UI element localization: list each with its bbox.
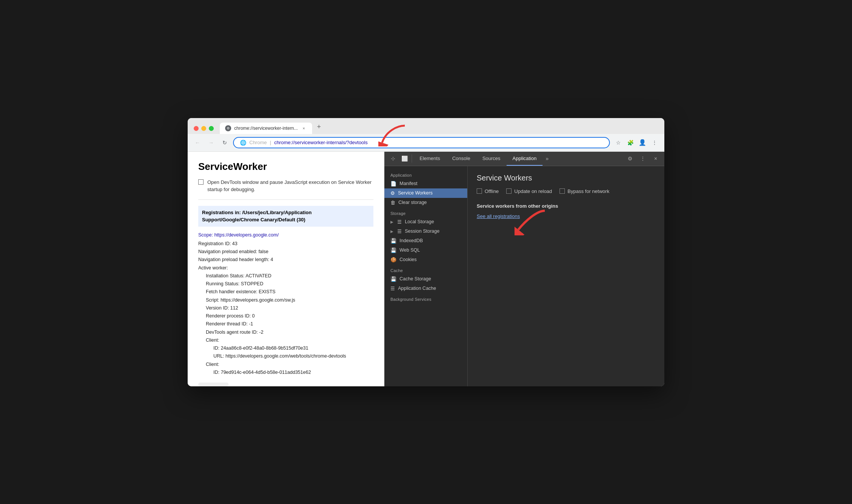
detail-nav-header-len: Navigation preload header length: 4: [198, 257, 273, 262]
sidebar-item-local-storage[interactable]: ▶ ☰ Local Storage: [384, 217, 467, 227]
sidebar-cache-header: Cache: [384, 264, 467, 274]
bypass-network-checkbox[interactable]: [560, 188, 565, 194]
sidebar-label-session-storage: Session Storage: [405, 229, 440, 234]
page-title: ServiceWorker: [198, 161, 373, 173]
maximize-traffic-light[interactable]: [209, 126, 214, 131]
horizontal-scrollbar[interactable]: [198, 383, 229, 386]
tab-application[interactable]: Application: [507, 152, 543, 166]
site-icon: 🌐: [240, 140, 246, 146]
sidebar-label-local-storage: Local Storage: [405, 219, 434, 224]
detail-client1-id: ID: 24aa86c8-e0f2-48a0-8b68-9b515df70e31: [198, 344, 373, 352]
manifest-icon: 📄: [390, 181, 396, 187]
title-bar: ⚙ chrome://serviceworker-intern... × +: [188, 118, 664, 134]
sidebar-label-clear-storage: Clear storage: [398, 200, 427, 205]
sidebar-item-web-sql[interactable]: 💾 Web SQL: [384, 246, 467, 255]
detail-renderer-thread: Renderer thread ID: -1: [198, 320, 373, 328]
sidebar-item-application-cache[interactable]: ☰ Application Cache: [384, 284, 467, 293]
more-tabs-button[interactable]: »: [543, 156, 552, 162]
option-offline: Offline: [477, 188, 499, 194]
debug-checkbox-label: Open DevTools window and pause JavaScrip…: [207, 179, 373, 193]
tab-sources[interactable]: Sources: [476, 152, 507, 166]
address-bar[interactable]: 🌐 Chrome | chrome://serviceworker-intern…: [233, 137, 610, 148]
bookmark-button[interactable]: ☆: [613, 137, 623, 148]
detail-script: Script: https://developers.google.com/sw…: [198, 296, 373, 304]
sidebar-item-cookies[interactable]: 🍪 Cookies: [384, 255, 467, 264]
offline-checkbox[interactable]: [477, 188, 482, 194]
nav-bar: ← → ↻ 🌐 Chrome | chrome://serviceworker-…: [188, 134, 664, 152]
browser-window: ⚙ chrome://serviceworker-intern... × + ←…: [188, 118, 664, 386]
tab-title: chrome://serviceworker-intern...: [234, 126, 298, 131]
indexeddb-icon: 💾: [390, 238, 396, 244]
profile-button[interactable]: 👤: [637, 137, 648, 148]
sidebar-label-indexeddb: IndexedDB: [400, 238, 423, 243]
service-workers-icon: ⚙: [390, 190, 395, 196]
expand-icon: ▶: [390, 220, 393, 224]
devtools-sidebar: Application 📄 Manifest ⚙ Service Workers…: [384, 166, 468, 386]
browser-tab[interactable]: ⚙ chrome://serviceworker-intern... ×: [220, 123, 312, 134]
page-content: ServiceWorker Open DevTools window and p…: [188, 152, 384, 386]
new-tab-button[interactable]: +: [314, 122, 324, 132]
cursor-tool-button[interactable]: ⊹: [387, 153, 399, 164]
web-sql-icon: 💾: [390, 247, 396, 253]
toolbar-divider: [412, 154, 412, 163]
debug-checkbox[interactable]: [198, 179, 204, 185]
cookies-icon: 🍪: [390, 257, 396, 263]
sidebar-label-cache-storage: Cache Storage: [400, 276, 431, 282]
update-on-reload-label: Update on reload: [514, 188, 552, 194]
nav-actions: ☆ 🧩 👤 ⋮: [613, 137, 660, 148]
update-on-reload-checkbox[interactable]: [506, 188, 512, 194]
detail-nav-preload: Navigation preload enabled: false: [198, 249, 269, 254]
close-traffic-light[interactable]: [194, 126, 199, 131]
clear-storage-icon: 🗑: [390, 200, 395, 205]
sidebar-item-manifest[interactable]: 📄 Manifest: [384, 179, 467, 188]
tab-elements[interactable]: Elements: [414, 152, 446, 166]
devtools-topbar: ⊹ ⬜ Elements Console Sources: [384, 152, 664, 166]
panel-options: Offline Update on reload Bypass for netw…: [477, 188, 655, 194]
debug-checkbox-row: Open DevTools window and pause JavaScrip…: [198, 179, 373, 200]
forward-button[interactable]: →: [206, 137, 216, 148]
settings-button[interactable]: ⚙: [624, 153, 636, 164]
main-content: ServiceWorker Open DevTools window and p…: [188, 152, 664, 386]
sidebar-item-session-storage[interactable]: ▶ ☰ Session Storage: [384, 227, 467, 236]
sidebar-label-manifest: Manifest: [400, 181, 417, 186]
sidebar-label-web-sql: Web SQL: [400, 247, 420, 253]
registrations-header: Registrations in: /Users/jec/Library/App…: [198, 206, 373, 227]
detail-fetch-handler: Fetch handler existence: EXISTS: [198, 288, 373, 296]
sidebar-bg-services-header: Background Services: [384, 293, 467, 303]
sidebar-item-clear-storage[interactable]: 🗑 Clear storage: [384, 198, 467, 207]
option-bypass-network: Bypass for network: [560, 188, 609, 194]
bypass-network-label: Bypass for network: [567, 188, 609, 194]
domain-label: Chrome: [249, 140, 267, 145]
menu-button[interactable]: ⋮: [649, 137, 660, 148]
option-update-on-reload: Update on reload: [506, 188, 552, 194]
tab-console[interactable]: Console: [446, 152, 476, 166]
detail-client2-id: ID: 79ed914c-e064-4d5d-b58e-011add351e62: [198, 369, 373, 376]
sidebar-item-cache-storage[interactable]: 💾 Cache Storage: [384, 274, 467, 284]
expand-icon: ▶: [390, 229, 393, 233]
cache-storage-icon: 💾: [390, 276, 396, 282]
extension-button[interactable]: 🧩: [625, 137, 636, 148]
sidebar-item-service-workers[interactable]: ⚙ Service Workers: [384, 188, 467, 198]
more-options-button[interactable]: ⋮: [637, 153, 648, 164]
detail-client1-url: URL: https://developers.google.com/web/t…: [198, 352, 373, 360]
devtools-right-buttons: ⚙ ⋮ ×: [624, 153, 661, 164]
see-all-registrations-link[interactable]: See all registrations: [477, 213, 520, 219]
sidebar-label-application-cache: Application Cache: [398, 286, 436, 291]
device-tool-button[interactable]: ⬜: [399, 153, 410, 164]
settings-icon: ⚙: [628, 156, 633, 162]
panel-title: Service Workers: [477, 174, 655, 182]
see-all-reg-container: See all registrations: [477, 213, 520, 219]
red-arrow-reg-icon: [515, 209, 549, 235]
url-separator: |: [270, 140, 271, 145]
scope-link[interactable]: Scope: https://developers.google.com/: [198, 231, 373, 239]
close-devtools-button[interactable]: ×: [650, 153, 661, 164]
sidebar-label-service-workers: Service Workers: [398, 190, 432, 196]
sidebar-application-header: Application: [384, 169, 467, 179]
sidebar-item-indexeddb[interactable]: 💾 IndexedDB: [384, 236, 467, 246]
refresh-button[interactable]: ↻: [219, 137, 230, 148]
back-button[interactable]: ←: [192, 137, 203, 148]
more-options-icon: ⋮: [640, 156, 645, 162]
tab-close-button[interactable]: ×: [301, 125, 307, 131]
local-storage-icon: ☰: [397, 219, 402, 225]
minimize-traffic-light[interactable]: [201, 126, 206, 131]
